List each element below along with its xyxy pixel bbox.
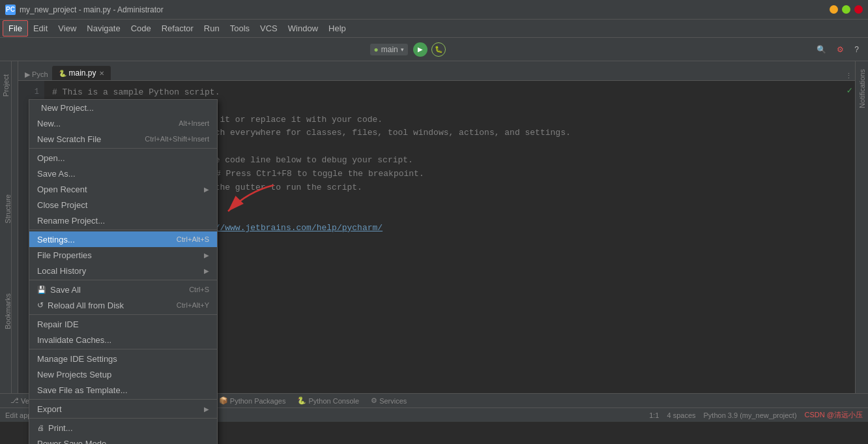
invalidate-caches-label: Invalidate Caches... [37,335,111,345]
menu-edit[interactable]: Edit [28,21,53,36]
search-everywhere-button[interactable]: 🔍 [813,43,830,56]
python-version: Python 3.9 (my_new_project) [704,411,797,419]
menu-item-print[interactable]: 🖨 Print... [29,420,217,436]
services-icon: ⚙ [371,396,377,405]
menu-navigate[interactable]: Navigate [81,21,125,36]
print-label: Print... [48,423,73,433]
menu-item-new-project[interactable]: New Project... [29,100,217,115]
window-title: my_new_project - main.py - Administrator [20,5,164,14]
python-packages-label: Python Packages [230,397,286,405]
save-all-icon: 💾 [37,286,46,294]
menu-item-save-all[interactable]: 💾 Save All Ctrl+S [29,282,217,297]
toolbar: ● main ▾ ▶ 🐛 🔍 ⚙ ? [0,38,868,61]
menu-item-open-recent[interactable]: Open Recent ▶ [29,181,217,197]
menu-item-save-as[interactable]: Save As... [29,166,217,181]
right-sidebar: Notifications [855,61,868,393]
debug-button[interactable]: 🐛 [431,42,446,57]
menu-item-power-save[interactable]: Power Save Mode [29,436,217,444]
save-as-label: Save As... [37,169,76,179]
tab-services[interactable]: ⚙ Services [366,395,412,406]
separator-4 [29,314,217,315]
check-mark-icon: ✓ [847,85,852,96]
breadcrumb: ▶ Pych [21,69,52,80]
tab-close-icon[interactable]: ✕ [99,70,104,77]
editor-tabs: ▶ Pych 🐍 main.py ✕ ⋮ [18,61,855,81]
run-button[interactable]: ▶ [413,42,427,57]
help-button[interactable]: ? [850,43,863,56]
close-button[interactable] [854,5,863,14]
new-projects-setup-label: New Projects Setup [37,370,111,379]
status-bar-right: 1:1 4 spaces Python 3.9 (my_new_project)… [649,410,863,420]
menu-file[interactable]: File [3,20,28,37]
sidebar-label-project[interactable]: Project [2,70,10,100]
notifications-label[interactable]: Notifications [858,69,866,108]
menu-item-close-project[interactable]: Close Project [29,197,217,213]
sidebar-label-bookmarks[interactable]: Bookmarks [4,293,12,329]
new-scratch-shortcut: Ctrl+Alt+Shift+Insert [145,135,209,143]
python-console-label: Python Console [308,397,359,405]
menu-item-save-file-template[interactable]: Save File as Template... [29,382,217,398]
menu-view[interactable]: View [53,21,81,36]
left-sidebar: Project [0,61,12,393]
new-shortcut: Alt+Insert [179,119,209,127]
file-properties-arrow: ▶ [204,252,209,259]
new-scratch-label: New Scratch File [37,134,101,144]
menu-item-file-properties[interactable]: File Properties ▶ [29,247,217,263]
menu-item-invalidate-caches[interactable]: Invalidate Caches... [29,332,217,348]
menu-item-local-history[interactable]: Local History ▶ [29,263,217,278]
menu-item-new-scratch[interactable]: New Scratch File Ctrl+Alt+Shift+Insert [29,131,217,147]
menu-item-new-projects-setup[interactable]: New Projects Setup [29,366,217,382]
separator-6 [29,399,217,400]
services-label: Services [379,397,407,405]
app-icon: PC [5,5,16,15]
close-project-label: Close Project [37,200,87,210]
menu-item-rename-project[interactable]: Rename Project... [29,213,217,228]
project-panel [12,61,18,393]
local-history-arrow: ▶ [204,267,209,274]
menu-refactor[interactable]: Refactor [156,21,199,36]
editor-options-icon[interactable]: ⋮ [845,72,852,80]
menu-vcs[interactable]: VCS [255,21,283,36]
reload-label: Reload All from Disk [48,301,124,310]
file-properties-label: File Properties [37,250,92,260]
print-icon: 🖨 [37,424,44,432]
tab-python-packages[interactable]: 📦 Python Packages [214,395,291,406]
save-all-shortcut: Ctrl+S [189,286,209,293]
minimize-button[interactable] [830,5,838,14]
settings-toolbar-button[interactable]: ⚙ [833,43,848,56]
menu-item-open[interactable]: Open... [29,150,217,166]
new-project-label: New Project... [41,103,94,113]
menu-code[interactable]: Code [126,21,156,36]
cursor-position: 1:1 [649,411,659,419]
watermark: CSDN @清远小压 [805,410,863,420]
reload-shortcut: Ctrl+Alt+Y [177,301,209,309]
tab-main-py[interactable]: 🐍 main.py ✕ [52,66,111,80]
menu-item-export[interactable]: Export ▶ [29,401,217,417]
menu-item-repair-ide[interactable]: Repair IDE [29,316,217,332]
menu-item-settings[interactable]: Settings... Ctrl+Alt+S [29,231,217,247]
open-recent-arrow: ▶ [204,186,209,193]
save-file-template-label: Save File as Template... [37,385,128,395]
menu-help[interactable]: Help [323,21,351,36]
menu-item-manage-ide[interactable]: Manage IDE Settings [29,351,217,366]
menu-tools[interactable]: Tools [225,21,255,36]
menu-item-reload-all[interactable]: ↺ Reload All from Disk Ctrl+Alt+Y [29,297,217,313]
manage-ide-label: Manage IDE Settings [37,354,117,364]
tab-python-console[interactable]: 🐍 Python Console [292,395,364,406]
main-layout: Project ▶ Pych 🐍 main.py ✕ ⋮ 12345 67891… [0,61,868,393]
run-config-arrow: ▾ [401,46,404,53]
separator-3 [29,280,217,280]
run-config[interactable]: ● main ▾ [370,44,408,55]
separator-1 [29,148,217,149]
reload-icon: ↺ [37,301,44,310]
menu-window[interactable]: Window [283,21,323,36]
menu-item-new[interactable]: New... Alt+Insert [29,115,217,131]
open-label: Open... [37,153,65,163]
title-bar-left: PC my_new_project - main.py - Administra… [5,5,164,15]
menu-bar: File Edit View Navigate Code Refactor Ru… [0,20,868,38]
tab-label: main.py [69,68,96,78]
maximize-button[interactable] [842,5,850,14]
menu-run[interactable]: Run [199,21,225,36]
run-config-label: main [381,45,398,54]
sidebar-label-structure[interactable]: Structure [4,194,12,224]
